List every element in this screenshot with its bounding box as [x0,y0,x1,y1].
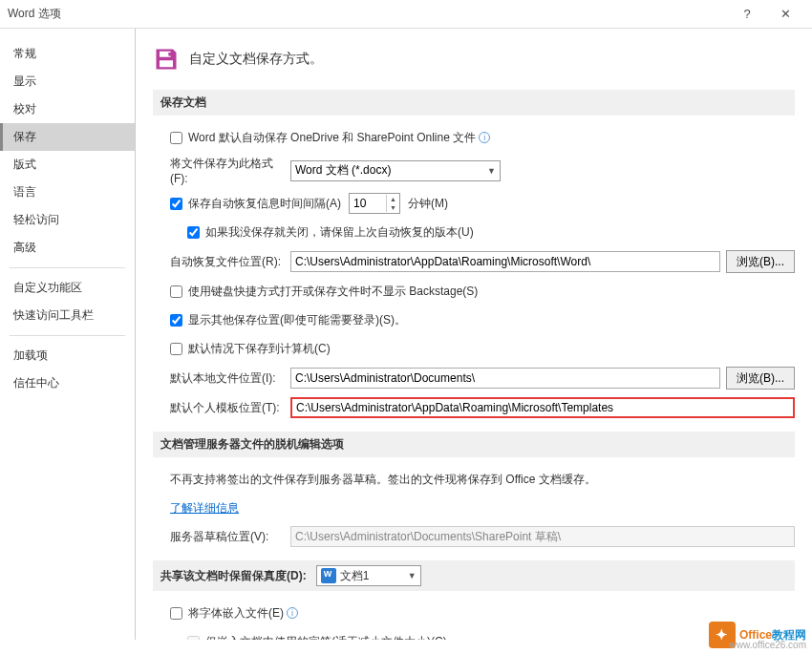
select-fidelity-doc[interactable]: 文档1 ▼ [316,565,421,586]
row-autorecover: 保存自动恢复信息时间间隔(A) 10 ▲▼ 分钟(M) [153,193,795,214]
label-fidelity-title: 共享该文档时保留保真度(D): [160,568,307,584]
watermark-url: www.office26.com [730,640,806,650]
spinner-value: 10 [350,197,386,210]
title-bar: Word 选项 ? ✕ [0,0,812,29]
label-autorecover-path: 自动恢复文件位置(R): [170,254,290,270]
sidebar-item-save[interactable]: 保存 [0,123,135,151]
checkbox-only-used [187,636,200,641]
row-show-other: 显示其他保存位置(即使可能需要登录)(S)。 [153,309,795,330]
row-learn-more: 了解详细信息 [153,497,795,518]
sidebar-item-layout[interactable]: 版式 [0,151,135,179]
page-header: 自定义文档保存方式。 [153,46,795,73]
row-embed-fonts: 将字体嵌入文件(E) i [153,602,795,623]
chevron-down-icon: ▼ [408,571,417,580]
row-default-local-path: 默认本地文件位置(I): 浏览(B)... [153,367,795,390]
row-offline-desc: 不再支持将签出的文件保存到服务器草稿。签出的文件现将保存到 Office 文档缓… [153,469,795,490]
checkbox-keep-last[interactable] [187,226,200,239]
close-button[interactable]: ✕ [766,7,804,21]
label-default-local: 默认情况下保存到计算机(C) [188,341,331,357]
label-keep-last: 如果我没保存就关闭，请保留上次自动恢复的版本(U) [205,224,474,241]
page-title: 自定义文档保存方式。 [189,51,323,68]
input-default-template-path[interactable] [290,397,795,418]
row-save-format: 将文件保存为此格式(F): Word 文档 (*.docx) ▼ [153,156,795,185]
checkbox-embed-fonts[interactable] [170,607,182,620]
label-autosave-onedrive: Word 默认自动保存 OneDrive 和 SharePoint Online… [188,130,476,146]
label-no-backstage: 使用键盘快捷方式打开或保存文件时不显示 Backstage(S) [188,284,478,300]
row-keep-last: 如果我没保存就关闭，请保留上次自动恢复的版本(U) [153,222,795,243]
row-default-template-path: 默认个人模板位置(T): [153,397,795,418]
label-only-used: 仅嵌入文档中使用的字符(适于减小文件大小)(C) [205,634,447,641]
label-minutes: 分钟(M) [408,196,448,212]
section-offline: 文档管理服务器文件的脱机编辑选项 [153,432,795,457]
label-server-draft: 服务器草稿位置(V): [170,529,290,545]
sidebar-item-trust[interactable]: 信任中心 [0,369,135,397]
save-icon [153,46,180,73]
checkbox-autorecover[interactable] [170,198,182,210]
row-only-used: 仅嵌入文档中使用的字符(适于减小文件大小)(C) [153,631,795,640]
sidebar-item-display[interactable]: 显示 [0,68,135,95]
sidebar-item-qat[interactable]: 快速访问工具栏 [0,302,135,329]
row-autosave-onedrive: Word 默认自动保存 OneDrive 和 SharePoint Online… [153,127,795,148]
sidebar-item-addins[interactable]: 加载项 [0,342,135,369]
checkbox-no-backstage[interactable] [170,285,182,298]
label-save-format: 将文件保存为此格式(F): [170,156,290,185]
content-pane: 自定义文档保存方式。 保存文档 Word 默认自动保存 OneDrive 和 S… [136,29,812,640]
chevron-down-icon: ▼ [487,166,496,176]
window-title: Word 选项 [8,6,728,22]
select-fidelity-value: 文档1 [340,568,370,584]
input-autorecover-path[interactable] [290,251,720,272]
row-default-local: 默认情况下保存到计算机(C) [153,338,795,359]
link-learn-more[interactable]: 了解详细信息 [170,500,239,517]
checkbox-show-other[interactable] [170,314,182,327]
checkbox-default-local[interactable] [170,343,182,355]
sidebar-item-ribbon[interactable]: 自定义功能区 [0,274,135,302]
label-default-local-path: 默认本地文件位置(I): [170,370,290,387]
sidebar: 常规 显示 校对 保存 版式 语言 轻松访问 高级 自定义功能区 快速访问工具栏… [0,29,136,640]
info-icon[interactable]: i [287,607,298,619]
sidebar-item-proofing[interactable]: 校对 [0,95,135,123]
sidebar-item-advanced[interactable]: 高级 [0,234,135,262]
help-button[interactable]: ? [728,7,766,21]
input-default-local-path[interactable] [290,368,720,389]
row-server-draft: 服务器草稿位置(V): [153,526,795,547]
checkbox-autosave-onedrive[interactable] [170,132,182,144]
info-icon[interactable]: i [479,132,490,143]
select-save-format[interactable]: Word 文档 (*.docx) ▼ [290,160,501,181]
label-default-template-path: 默认个人模板位置(T): [170,400,290,416]
row-no-backstage: 使用键盘快捷方式打开或保存文件时不显示 Backstage(S) [153,281,795,302]
browse-button-local[interactable]: 浏览(B)... [726,367,795,390]
main-area: 常规 显示 校对 保存 版式 语言 轻松访问 高级 自定义功能区 快速访问工具栏… [0,29,812,640]
sidebar-separator [10,267,125,268]
sidebar-item-general[interactable]: 常规 [0,40,135,68]
label-embed-fonts: 将字体嵌入文件(E) [188,605,284,622]
section-fidelity: 共享该文档时保留保真度(D): 文档1 ▼ [153,560,795,591]
sidebar-item-ease[interactable]: 轻松访问 [0,206,135,234]
word-doc-icon [321,568,336,583]
input-server-draft [290,526,795,547]
label-offline-desc: 不再支持将签出的文件保存到服务器草稿。签出的文件现将保存到 Office 文档缓… [170,472,596,488]
label-autorecover: 保存自动恢复信息时间间隔(A) [188,196,341,212]
row-autorecover-path: 自动恢复文件位置(R): 浏览(B)... [153,250,795,273]
label-show-other: 显示其他保存位置(即使可能需要登录)(S)。 [188,312,406,328]
spinner-arrows[interactable]: ▲▼ [386,195,399,212]
watermark-logo: ✦ Office 教程网 www.office26.com [709,622,806,648]
section-save-documents: 保存文档 [153,90,795,116]
browse-button-autorecover[interactable]: 浏览(B)... [726,250,795,273]
sidebar-separator [10,335,125,336]
select-save-format-value: Word 文档 (*.docx) [295,162,391,179]
sidebar-item-language[interactable]: 语言 [0,179,135,206]
spinner-autorecover-minutes[interactable]: 10 ▲▼ [349,193,400,214]
